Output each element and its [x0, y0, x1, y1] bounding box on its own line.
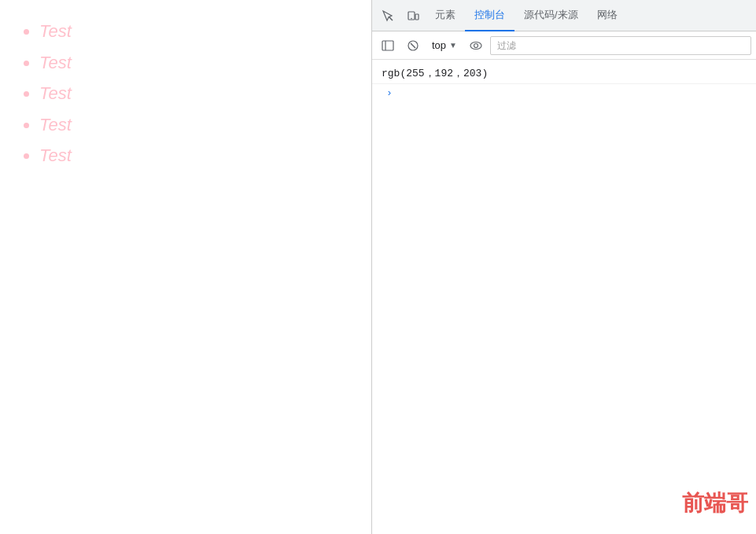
- svg-point-9: [474, 43, 478, 47]
- left-panel: Test Test Test Test Test: [0, 0, 371, 534]
- console-expand-arrow[interactable]: ›: [386, 86, 393, 101]
- list-item: Test: [39, 16, 348, 47]
- cursor-icon-btn[interactable]: [375, 3, 400, 28]
- svg-rect-4: [382, 41, 393, 50]
- live-expressions-button[interactable]: [465, 35, 487, 57]
- devtools-tabs-bar: 元素 控制台 源代码/来源 网络: [372, 0, 756, 31]
- console-filter-input[interactable]: [490, 36, 751, 55]
- clear-console-button[interactable]: [402, 35, 424, 57]
- svg-rect-2: [415, 14, 419, 20]
- list-item: Test: [39, 47, 348, 79]
- devtools-panel: 元素 控制台 源代码/来源 网络 top: [371, 0, 756, 534]
- list-item: Test: [39, 140, 348, 171]
- console-output-area: rgb(255，192，203) ›: [372, 60, 756, 534]
- sidebar-toggle-button[interactable]: [377, 35, 399, 57]
- svg-line-0: [389, 17, 393, 20]
- dropdown-arrow-icon: ▼: [449, 41, 457, 50]
- svg-line-7: [411, 43, 415, 48]
- console-log-line: rgb(255，192，203): [372, 64, 756, 84]
- context-dropdown[interactable]: top ▼: [427, 38, 462, 53]
- list-item: Test: [39, 109, 348, 141]
- tab-console[interactable]: 控制台: [465, 0, 514, 31]
- tab-elements[interactable]: 元素: [426, 0, 465, 31]
- tab-network[interactable]: 网络: [588, 0, 627, 31]
- console-arrow-line[interactable]: ›: [372, 84, 756, 103]
- svg-point-8: [470, 42, 481, 49]
- console-log-text: rgb(255，192，203): [382, 66, 488, 82]
- tab-source[interactable]: 源代码/来源: [514, 0, 588, 31]
- test-list: Test Test Test Test Test: [24, 16, 348, 171]
- device-toolbar-icon-btn[interactable]: [400, 3, 426, 28]
- list-item: Test: [39, 78, 348, 109]
- console-toolbar: top ▼: [372, 31, 756, 60]
- svg-point-3: [411, 17, 412, 19]
